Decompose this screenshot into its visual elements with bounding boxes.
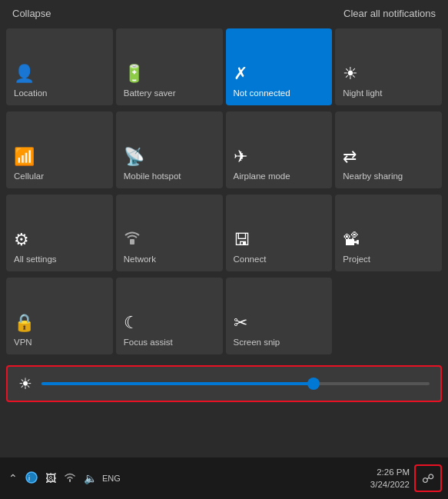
taskbar-left: ⌃ i 🖼 🔈 ENG (6, 470, 121, 487)
location-icon: 👤 (14, 65, 35, 82)
tile-project-label: Project (343, 254, 370, 265)
quick-tiles-row3: ⚙ All settings Network 🖫 Connect 📽 Proje… (0, 191, 448, 274)
cellular-icon: 📶 (14, 148, 35, 165)
tile-vpn-label: VPN (14, 338, 32, 348)
action-center: Collapse Clear all notifications 👤 Locat… (0, 0, 448, 499)
tile-bluetooth-label: Not connected (234, 88, 290, 99)
tile-connect-label: Connect (234, 254, 267, 265)
network-status-icon[interactable]: i (23, 470, 40, 487)
collapse-button[interactable]: Collapse (12, 8, 51, 19)
tile-location[interactable]: 👤 Location (6, 28, 113, 105)
project-icon: 📽 (343, 231, 360, 248)
taskbar-right: 2:26 PM 3/24/2022 ☍ (370, 464, 442, 492)
tile-empty (335, 278, 442, 354)
tile-battery-saver[interactable]: 🔋 Battery saver (116, 28, 223, 105)
tile-night-light-label: Night light (343, 88, 382, 99)
tile-mobile-hotspot-label: Mobile hotspot (124, 171, 181, 182)
wifi-icon[interactable] (61, 471, 78, 487)
clock-date: 3/24/2022 (370, 478, 410, 491)
brightness-slider-fill (41, 382, 314, 385)
focus-assist-icon: ☾ (124, 314, 139, 331)
connect-icon: 🖫 (234, 231, 251, 248)
taskbar: ⌃ i 🖼 🔈 ENG 2:26 PM 3/24/2022 ☍ (0, 457, 448, 499)
chevron-up-icon[interactable]: ⌃ (6, 471, 20, 486)
tile-connect[interactable]: 🖫 Connect (226, 195, 333, 271)
clock-time: 2:26 PM (370, 466, 410, 478)
svg-text:i: i (28, 474, 30, 482)
tile-screen-snip[interactable]: ✂ Screen snip (226, 278, 333, 354)
tile-all-settings-label: All settings (14, 254, 57, 265)
notification-center-button[interactable]: ☍ (414, 464, 442, 492)
tile-night-light[interactable]: ☀ Night light (335, 28, 442, 105)
tile-network-label: Network (124, 254, 156, 265)
quick-tiles-row4: 🔒 VPN ☾ Focus assist ✂ Screen snip (0, 274, 448, 359)
all-settings-icon: ⚙ (14, 231, 29, 248)
svg-point-2 (131, 240, 133, 242)
quick-tiles-row1: 👤 Location 🔋 Battery saver ✗ Not connect… (0, 25, 448, 108)
brightness-slider-track[interactable] (41, 382, 430, 385)
tile-project[interactable]: 📽 Project (335, 195, 442, 271)
tile-nearby-sharing-label: Nearby sharing (343, 171, 403, 182)
tile-vpn[interactable]: 🔒 VPN (6, 278, 113, 354)
airplane-mode-icon: ✈ (234, 148, 247, 165)
tile-cellular-label: Cellular (14, 171, 44, 182)
brightness-icon: ☀ (18, 374, 32, 393)
tile-airplane-mode-label: Airplane mode (234, 171, 290, 182)
tile-all-settings[interactable]: ⚙ All settings (6, 195, 113, 271)
tile-location-label: Location (14, 88, 47, 99)
tile-battery-saver-label: Battery saver (124, 88, 176, 99)
tile-focus-assist[interactable]: ☾ Focus assist (116, 278, 223, 354)
taskbar-clock[interactable]: 2:26 PM 3/24/2022 (370, 466, 410, 491)
brightness-control: ☀ (6, 365, 442, 402)
tile-screen-snip-label: Screen snip (234, 338, 280, 348)
tile-cellular[interactable]: 📶 Cellular (6, 111, 113, 188)
language-badge[interactable]: ENG (102, 474, 121, 483)
header: Collapse Clear all notifications (0, 0, 448, 25)
tile-mobile-hotspot[interactable]: 📡 Mobile hotspot (116, 111, 223, 188)
screen-snip-icon: ✂ (234, 314, 247, 331)
clear-notifications-button[interactable]: Clear all notifications (343, 8, 436, 19)
tile-network[interactable]: Network (116, 195, 223, 271)
battery-saver-icon: 🔋 (124, 65, 144, 82)
tile-nearby-sharing[interactable]: ⇄ Nearby sharing (335, 111, 442, 188)
brightness-slider-thumb[interactable] (307, 378, 320, 390)
notification-icon: ☍ (422, 471, 434, 486)
network-icon (124, 228, 141, 248)
bluetooth-icon: ✗ (234, 65, 247, 82)
night-light-icon: ☀ (343, 65, 358, 82)
quick-tiles-row2: 📶 Cellular 📡 Mobile hotspot ✈ Airplane m… (0, 108, 448, 191)
volume-icon[interactable]: 🔈 (81, 471, 99, 486)
tile-bluetooth[interactable]: ✗ Not connected (226, 28, 333, 105)
nearby-sharing-icon: ⇄ (343, 148, 357, 165)
tile-focus-assist-label: Focus assist (124, 338, 173, 348)
mobile-hotspot-icon: 📡 (124, 148, 144, 165)
vpn-icon: 🔒 (14, 314, 35, 331)
tile-airplane-mode[interactable]: ✈ Airplane mode (226, 111, 333, 188)
display-icon[interactable]: 🖼 (43, 471, 58, 486)
